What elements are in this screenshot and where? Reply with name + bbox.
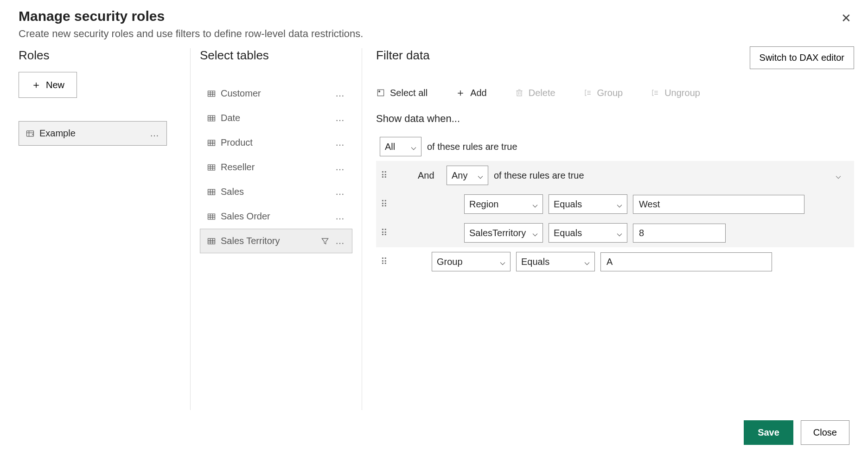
drag-handle-icon[interactable]: ⠿ xyxy=(380,199,388,210)
table-item-label: Customer xyxy=(221,88,261,99)
table-item-product[interactable]: Product … xyxy=(200,130,352,155)
group-rules-button: Group xyxy=(583,88,623,98)
close-button[interactable]: Close xyxy=(801,420,849,445)
svg-rect-18 xyxy=(208,165,215,170)
dialog-subtitle: Create new security roles and use filter… xyxy=(19,28,854,40)
ungroup-rules-button: Ungroup xyxy=(651,88,700,98)
table-item-more-icon[interactable]: … xyxy=(335,236,345,246)
table-item-label: Sales Order xyxy=(221,211,270,222)
role-item-label: Example xyxy=(39,128,76,139)
table-item-more-icon[interactable]: … xyxy=(335,211,345,222)
plus-icon: ＋ xyxy=(455,86,466,100)
filter-icon xyxy=(320,237,330,246)
new-role-button[interactable]: ＋ New xyxy=(19,72,77,98)
table-item-label: Product xyxy=(221,137,253,148)
rule-column-dropdown[interactable]: Group ⌵ xyxy=(432,252,511,271)
rules-suffix-label: of these rules are true xyxy=(427,141,517,152)
svg-rect-28 xyxy=(208,214,215,219)
table-item-label: Date xyxy=(221,113,240,123)
role-item[interactable]: Example … xyxy=(19,121,167,146)
table-icon xyxy=(207,187,216,197)
table-icon xyxy=(207,138,216,148)
trash-icon xyxy=(515,88,524,97)
table-icon xyxy=(207,89,216,98)
switch-dax-button[interactable]: Switch to DAX editor xyxy=(750,46,854,69)
rule-value-input[interactable]: 8 xyxy=(633,224,726,243)
table-item-sales-order[interactable]: Sales Order … xyxy=(200,204,352,229)
svg-rect-40 xyxy=(517,91,522,96)
svg-rect-13 xyxy=(208,140,215,146)
select-all-icon xyxy=(376,88,385,97)
chevron-down-icon: ⌵ xyxy=(584,256,590,267)
chevron-down-icon: ⌵ xyxy=(411,141,416,152)
table-icon xyxy=(207,114,216,123)
svg-rect-0 xyxy=(27,131,34,136)
table-item-more-icon[interactable]: … xyxy=(335,137,345,148)
close-icon[interactable]: ✕ xyxy=(841,11,851,26)
rule-operator-dropdown[interactable]: Equals ⌵ xyxy=(516,252,595,271)
table-item-sales[interactable]: Sales … xyxy=(200,180,352,204)
root-mode-dropdown[interactable]: All ⌵ xyxy=(380,137,421,156)
chevron-down-icon: ⌵ xyxy=(617,227,622,238)
collapse-group-icon[interactable]: ⌵ xyxy=(836,170,841,181)
rule-operator-dropdown[interactable]: Equals ⌵ xyxy=(549,223,627,243)
table-icon xyxy=(207,237,216,246)
svg-rect-33 xyxy=(208,238,215,244)
chevron-down-icon: ⌵ xyxy=(617,199,622,210)
drag-handle-icon[interactable]: ⠿ xyxy=(380,227,388,238)
drag-handle-icon[interactable]: ⠿ xyxy=(380,170,388,181)
role-icon xyxy=(26,129,35,138)
table-item-label: Sales xyxy=(221,186,244,197)
svg-rect-39 xyxy=(379,91,380,92)
and-label: And xyxy=(418,170,441,181)
rule-value-input[interactable]: A xyxy=(600,252,772,271)
chevron-down-icon: ⌵ xyxy=(532,227,538,238)
rule-value-input[interactable]: West xyxy=(633,195,804,214)
drag-handle-icon[interactable]: ⠿ xyxy=(380,256,388,267)
chevron-down-icon: ⌵ xyxy=(500,256,505,267)
table-icon xyxy=(207,163,216,172)
delete-rule-button: Delete xyxy=(515,88,555,98)
svg-rect-3 xyxy=(208,91,215,96)
dialog-title: Manage security roles xyxy=(19,8,854,24)
save-button[interactable]: Save xyxy=(744,420,793,445)
rule-column-dropdown[interactable]: SalesTerritory ⌵ xyxy=(464,223,543,243)
group-icon xyxy=(583,88,593,97)
table-item-reseller[interactable]: Reseller … xyxy=(200,155,352,180)
table-item-label: Sales Territory xyxy=(221,236,280,246)
roles-section-label: Roles xyxy=(19,48,181,63)
svg-rect-23 xyxy=(208,189,215,195)
table-item-label: Reseller xyxy=(221,162,255,173)
table-item-date[interactable]: Date … xyxy=(200,106,352,130)
role-item-more-icon[interactable]: … xyxy=(150,128,160,139)
rules-suffix-label: of these rules are true xyxy=(494,170,584,181)
rule-operator-dropdown[interactable]: Equals ⌵ xyxy=(549,194,627,214)
select-all-button[interactable]: Select all xyxy=(376,88,428,98)
table-item-sales-territory[interactable]: Sales Territory … xyxy=(200,229,352,253)
table-item-more-icon[interactable]: … xyxy=(335,88,345,99)
show-data-when-label: Show data when... xyxy=(376,113,854,125)
group-mode-dropdown[interactable]: Any ⌵ xyxy=(447,166,488,185)
tables-section-label: Select tables xyxy=(200,48,352,63)
chevron-down-icon: ⌵ xyxy=(532,199,538,210)
rule-column-dropdown[interactable]: Region ⌵ xyxy=(464,194,543,214)
table-item-customer[interactable]: Customer … xyxy=(200,81,352,106)
table-item-more-icon[interactable]: … xyxy=(335,113,345,123)
table-icon xyxy=(207,212,216,221)
add-rule-button[interactable]: ＋ Add xyxy=(455,86,487,100)
table-item-more-icon[interactable]: … xyxy=(335,162,345,173)
plus-icon: ＋ xyxy=(31,78,41,92)
new-role-label: New xyxy=(46,80,64,90)
svg-rect-8 xyxy=(208,116,215,121)
table-item-more-icon[interactable]: … xyxy=(335,186,345,197)
chevron-down-icon: ⌵ xyxy=(478,170,483,181)
ungroup-icon xyxy=(651,88,660,97)
